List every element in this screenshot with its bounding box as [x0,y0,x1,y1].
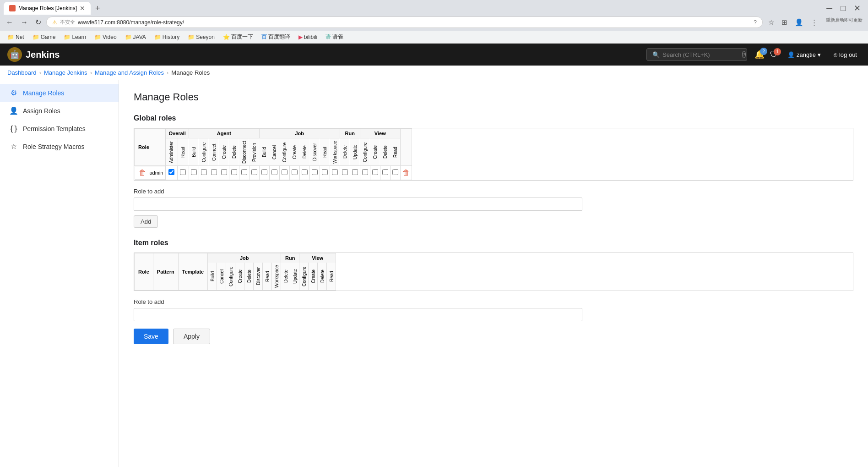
url-text[interactable]: wwwfe517.com:8080/manage/role-strategy/ [78,19,751,26]
admin-overall-read-cell[interactable] [177,166,189,180]
admin-job-build-checkbox[interactable] [261,169,267,175]
bookmark-label-History: History [163,34,179,40]
breadcrumb-dashboard[interactable]: Dashboard [7,69,37,76]
col-agent-delete: Delete [229,138,239,166]
admin-job-create-checkbox[interactable] [292,169,298,175]
admin-agent-disconnect-checkbox[interactable] [241,169,247,175]
item-roles-section-title: Item roles [134,239,853,247]
forward-button[interactable]: → [18,17,30,27]
bookmark-icon-Video: 📁 [94,34,101,40]
bookmark-icon-Learn: 📁 [64,34,71,40]
bookmark-button[interactable]: ☆ [765,17,777,28]
bookmark-Net[interactable]: 📁Net [4,33,28,41]
search-help-icon[interactable]: ? [742,51,746,58]
admin-job-read-checkbox[interactable] [322,169,328,175]
run-group-header: Run [340,129,360,138]
bookmark-语雀[interactable]: 语语雀 [322,32,347,42]
col-job-read: Read [320,138,330,166]
back-button[interactable]: ← [4,17,16,27]
admin-agent-delete-checkbox[interactable] [231,169,237,175]
apply-button[interactable]: Apply [173,329,210,344]
admin-view-read-checkbox[interactable] [392,169,398,175]
col-view-delete: Delete [380,138,390,166]
bookmark-Seeyon[interactable]: 📁Seeyon [184,33,218,41]
jenkins-search[interactable]: 🔍 ? [646,48,747,61]
bookmark-icon-History: 📁 [154,34,161,40]
refresh-button[interactable]: ↻ [33,17,43,27]
admin-job-cancel-checkbox[interactable] [271,169,277,175]
global-add-button[interactable]: Add [134,215,158,228]
bookmark-百度一下[interactable]: ⭐百度一下 [219,32,257,42]
bookmark-百度翻译[interactable]: 百百度翻译 [258,32,294,42]
admin-row-delete[interactable]: 🗑 [400,166,412,180]
role-to-add-label-global: Role to add [134,188,853,195]
admin-job-discover-checkbox[interactable] [312,169,318,175]
jenkins-logo[interactable]: 🤖 Jenkins [7,47,60,62]
browser-tab[interactable]: Manage Roles [Jenkins] ✕ [4,2,91,15]
new-tab-button[interactable]: + [92,4,103,13]
sidebar-item-permission-templates-label: Permission Templates [23,125,86,132]
admin-agent-connect-checkbox[interactable] [211,169,217,175]
minimize-button[interactable]: ─ [823,3,836,14]
bookmark-bilibili[interactable]: ▶bilibili [295,33,321,41]
admin-run-update-checkbox[interactable] [352,169,358,175]
admin-agent-provision-checkbox[interactable] [251,169,257,175]
item-role-input[interactable] [134,308,582,321]
menu-button[interactable]: ⋮ [808,17,820,28]
overall-group-header: Overall [166,129,189,138]
search-input[interactable] [662,51,739,58]
admin-overall-administer-cell[interactable] [166,166,177,180]
admin-job-delete-checkbox[interactable] [302,169,308,175]
global-roles-table: Role Overall Agent Job Run View Administ… [134,128,412,180]
profile-button[interactable]: 👤 [792,17,806,28]
maximize-button[interactable]: □ [837,3,849,14]
address-bar-row: ← → ↻ ⚠ 不安全 wwwfe517.com:8080/manage/rol… [0,15,868,31]
breadcrumb-manage-jenkins[interactable]: Manage Jenkins [44,69,87,76]
admin-job-workspace-checkbox[interactable] [332,169,338,175]
admin-agent-configure-checkbox[interactable] [201,169,207,175]
admin-view-delete-checkbox[interactable] [382,169,388,175]
admin-overall-administer-checkbox[interactable] [168,169,174,175]
user-menu[interactable]: 👤 zangtie ▾ [784,49,825,60]
bookmark-Game[interactable]: 📁Game [29,33,60,41]
bookmark-icon-JAVA: 📁 [125,34,132,40]
admin-job-configure-checkbox[interactable] [282,169,288,175]
bookmark-icon-语雀: 语 [326,33,331,41]
notification-bell[interactable]: 🔔 2 [754,49,765,60]
bookmark-icon-bilibili: ▶ [298,34,303,40]
address-bar[interactable]: ⚠ 不安全 wwwfe517.com:8080/manage/role-stra… [46,16,763,28]
bookmark-label-语雀: 语雀 [332,33,343,41]
admin-overall-read-checkbox[interactable] [180,169,186,175]
admin-agent-create-checkbox[interactable] [221,169,227,175]
close-button[interactable]: ✕ [850,2,864,14]
sidebar-item-permission-templates[interactable]: {} Permission Templates [0,120,119,137]
save-button[interactable]: Save [134,329,168,344]
delete-admin-button[interactable]: 🗑 [137,168,148,178]
admin-view-configure-checkbox[interactable] [362,169,368,175]
bookmark-icon-百度一下: ⭐ [223,34,230,40]
sidebar-item-manage-roles[interactable]: ⚙ Manage Roles [0,84,119,102]
sidebar-item-assign-roles[interactable]: 👤 Assign Roles [0,102,119,120]
tab-close-icon[interactable]: ✕ [80,5,85,12]
bookmark-Video[interactable]: 📁Video [91,33,120,41]
help-icon[interactable]: ? [754,19,757,26]
item-col-job-read: Read [263,263,272,290]
bookmark-Learn[interactable]: 📁Learn [60,33,90,41]
global-role-input[interactable] [134,198,582,211]
logout-button[interactable]: ⎋ log out [830,49,861,60]
bookmark-History[interactable]: 📁History [151,33,183,41]
delete-admin-row-button[interactable]: 🗑 [401,168,412,178]
global-role-to-add-text: Role to add [134,188,164,195]
col-run-delete: Delete [340,138,350,166]
shield-badge[interactable]: 🛡 1 [770,50,778,60]
item-job-group-header: Job [208,253,281,263]
sidebar-item-role-strategy-macros[interactable]: ☆ Role Strategy Macros [0,137,119,155]
extensions-button[interactable]: ⊞ [779,17,790,28]
bookmark-label-Video: Video [103,34,116,40]
admin-view-create-checkbox[interactable] [372,169,378,175]
breadcrumb-manage-assign-roles[interactable]: Manage and Assign Roles [95,69,164,76]
admin-agent-build-checkbox[interactable] [191,169,197,175]
admin-run-delete-checkbox[interactable] [342,169,348,175]
bookmark-JAVA[interactable]: 📁JAVA [121,33,150,41]
notification-badge: 2 [760,48,767,55]
